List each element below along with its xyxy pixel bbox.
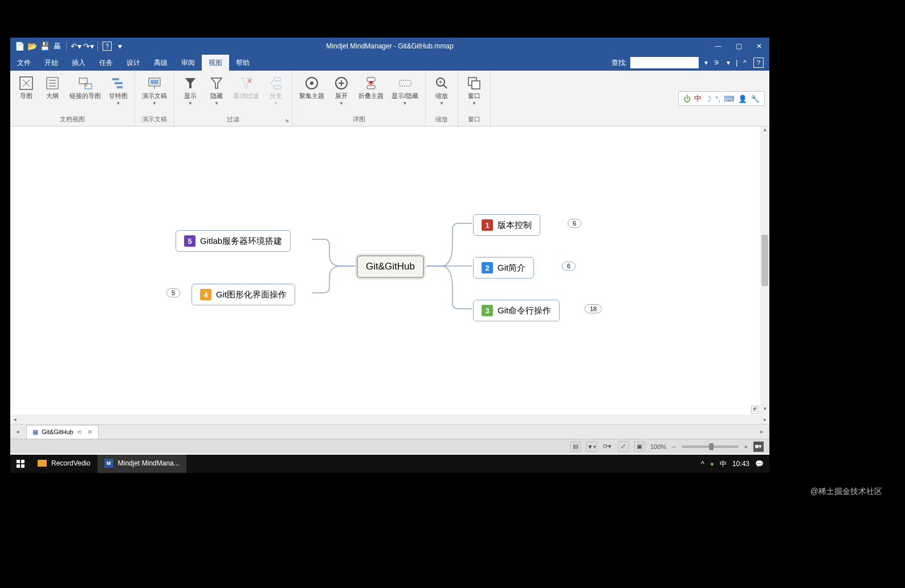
tray-chevron-icon[interactable]: ^ bbox=[701, 460, 704, 468]
menu-item-0[interactable]: 文件 bbox=[10, 55, 38, 71]
menu-item-1[interactable]: 开始 bbox=[38, 55, 65, 71]
ribbon-up-icon[interactable]: ^ bbox=[743, 59, 747, 67]
mindmap-root-node[interactable]: Git&GitHub bbox=[357, 255, 424, 278]
tab-close-icon[interactable]: ✕ bbox=[87, 428, 92, 436]
tray-status-icon[interactable]: ● bbox=[710, 460, 714, 468]
node-count-pill[interactable]: 6 bbox=[562, 262, 576, 271]
scroll-thumb[interactable] bbox=[761, 235, 768, 286]
tab-refresh-icon[interactable]: ⟲ bbox=[77, 429, 81, 435]
menu-item-3[interactable]: 任务 bbox=[92, 55, 120, 71]
print-icon[interactable]: 🖶 bbox=[52, 42, 62, 51]
redo-icon[interactable]: ↷▾ bbox=[84, 42, 93, 51]
ime-power-icon[interactable]: ⏻ bbox=[683, 95, 691, 103]
zoom-in-button[interactable]: + bbox=[744, 443, 748, 450]
scroll-up-icon[interactable]: ▴ bbox=[760, 126, 769, 136]
title-bar: 📄 📂 💾 🖶 ↶▾ ↷▾ ? ▾ Mindjet MindManager - … bbox=[10, 38, 769, 55]
status-fitwin-icon[interactable]: ▣ bbox=[634, 442, 645, 452]
ribbon-button-label: 显示 bbox=[184, 92, 197, 100]
ribbon-button-outline[interactable]: 大纲 bbox=[40, 73, 65, 114]
mindmap-node-right-1[interactable]: 2 Git简介 bbox=[473, 257, 534, 279]
save-icon[interactable]: 💾 bbox=[40, 42, 49, 51]
ime-settings-icon[interactable]: 🔧 bbox=[751, 95, 760, 103]
tray-ime-indicator[interactable]: 中 bbox=[720, 459, 727, 469]
taskbar-item-1[interactable]: M Mindjet MindMana... bbox=[97, 455, 186, 473]
scroll-right-icon[interactable]: ▸ bbox=[760, 415, 769, 424]
tray-notifications-icon[interactable]: 💬 bbox=[755, 460, 764, 468]
search-input[interactable] bbox=[630, 57, 699, 68]
ribbon-button-zoom[interactable]: 缩放▼ bbox=[429, 73, 454, 114]
help-icon[interactable]: ? bbox=[103, 42, 112, 51]
menu-item-8[interactable]: 帮助 bbox=[229, 55, 256, 71]
ribbon-button-map[interactable]: 导图 bbox=[14, 73, 39, 114]
tray-clock[interactable]: 10:43 bbox=[732, 460, 749, 468]
menu-item-7[interactable]: 视图 bbox=[202, 55, 229, 71]
status-fit-icon[interactable]: ⤢ bbox=[618, 442, 629, 452]
horizontal-scrollbar[interactable]: ◂ ▸ bbox=[10, 415, 769, 424]
ribbon-group-2: 显示▼隐藏▼取消过滤分支▼过滤⬊ bbox=[174, 71, 292, 126]
help-button[interactable]: ? bbox=[753, 58, 764, 68]
undo-icon[interactable]: ↶▾ bbox=[71, 42, 80, 51]
ribbon-group-label: 窗口 bbox=[462, 114, 487, 126]
search-dropdown-icon[interactable]: ▾ bbox=[704, 59, 708, 67]
canvas[interactable]: Git&GitHub 5 Gitlab服务器环境搭建 4 Git图形化界面操作 … bbox=[10, 126, 769, 424]
mindmap-node-right-2[interactable]: 3 Git命令行操作 bbox=[473, 300, 560, 321]
ime-punct-icon[interactable]: °, bbox=[715, 95, 720, 103]
start-button[interactable] bbox=[10, 455, 31, 473]
tab-nav-left-icon[interactable]: ◂ bbox=[13, 428, 23, 435]
ribbon-group-3: 聚集主题展开▼折叠主题显示/隐藏▼详图 bbox=[292, 71, 426, 126]
mindmap-node-left-0[interactable]: 5 Gitlab服务器环境搭建 bbox=[176, 230, 291, 252]
minimize-button[interactable]: — bbox=[708, 38, 728, 55]
ribbon-button-focus[interactable]: 聚集主题 bbox=[296, 73, 328, 114]
qat-more-icon[interactable]: ▾ bbox=[115, 42, 124, 51]
ribbon-button-toggle-visibility[interactable]: 显示/隐藏▼ bbox=[388, 73, 422, 114]
menu-item-4[interactable]: 设计 bbox=[120, 55, 147, 71]
maximize-button[interactable]: ▢ bbox=[728, 38, 749, 55]
scroll-left-icon[interactable]: ◂ bbox=[10, 415, 19, 424]
expand-icon bbox=[333, 75, 349, 91]
scroll-down-icon[interactable]: ▾ bbox=[760, 406, 769, 415]
dialog-launcher-icon[interactable]: ⬊ bbox=[285, 118, 290, 124]
vertical-scrollbar[interactable]: ▴ ▾ bbox=[760, 126, 769, 415]
node-count-pill[interactable]: 18 bbox=[585, 304, 602, 313]
node-count-pill[interactable]: 5 bbox=[166, 288, 180, 297]
tab-nav-right-icon[interactable]: ▸ bbox=[757, 428, 767, 435]
status-refresh-icon[interactable]: ⟳▾ bbox=[602, 442, 613, 452]
menu-item-6[interactable]: 审阅 bbox=[174, 55, 202, 71]
menu-item-5[interactable]: 高级 bbox=[147, 55, 174, 71]
ribbon-button-filter-hide[interactable]: 隐藏▼ bbox=[204, 73, 229, 114]
ribbon-button-windows[interactable]: 窗口▼ bbox=[462, 73, 487, 114]
status-fullscreen-icon[interactable]: ■▾ bbox=[753, 442, 764, 452]
close-button[interactable]: ✕ bbox=[749, 38, 769, 55]
ribbon-button-collapse[interactable]: 折叠主题 bbox=[355, 73, 387, 114]
ime-lang-indicator[interactable]: 中 bbox=[694, 93, 702, 104]
ribbon-button-expand[interactable]: 展开▼ bbox=[329, 73, 354, 114]
taskbar-item-0[interactable]: RecordVedio bbox=[31, 455, 97, 473]
search-options-icon[interactable]: ⚞ bbox=[714, 59, 720, 67]
open-file-icon[interactable]: 📂 bbox=[27, 42, 36, 51]
svg-rect-10 bbox=[115, 82, 123, 84]
resize-handle-icon[interactable]: ◩ bbox=[751, 406, 759, 414]
document-tab[interactable]: ▦ Git&GitHub ⟲ ✕ bbox=[26, 425, 99, 439]
ime-moon-icon[interactable]: ☽ bbox=[705, 95, 712, 103]
ribbon-button-gantt[interactable]: 甘特图▼ bbox=[105, 73, 131, 114]
ribbon-button-linkedmap[interactable]: 链接的导图 bbox=[66, 73, 104, 114]
zoom-out-button[interactable]: − bbox=[672, 443, 675, 450]
ribbon-button-label: 展开 bbox=[335, 92, 348, 100]
menu-item-2[interactable]: 插入 bbox=[65, 55, 92, 71]
ime-user-icon[interactable]: 👤 bbox=[738, 95, 747, 103]
mindmap-node-right-0[interactable]: 1 版本控制 bbox=[473, 214, 540, 236]
ribbon-button-filter-show[interactable]: 显示▼ bbox=[178, 73, 203, 114]
caret-icon: ▼ bbox=[152, 101, 157, 106]
status-view-icon[interactable]: ▤ bbox=[570, 442, 581, 452]
ime-keyboard-icon[interactable]: ⌨ bbox=[724, 95, 735, 103]
zoom-slider-knob[interactable] bbox=[709, 443, 714, 450]
new-file-icon[interactable]: 📄 bbox=[15, 42, 24, 51]
node-count-pill[interactable]: 6 bbox=[568, 219, 581, 228]
status-filter-icon[interactable]: ▼▾ bbox=[586, 442, 597, 452]
ribbon-button-presentation[interactable]: 演示文稿▼ bbox=[138, 73, 170, 114]
ime-toolbar[interactable]: ⏻ 中 ☽ °, ⌨ 👤 🔧 bbox=[678, 91, 765, 106]
node-badge: 1 bbox=[482, 219, 493, 231]
mindmap-node-left-1[interactable]: 4 Git图形化界面操作 bbox=[191, 284, 295, 305]
ribbon-collapse-icon[interactable]: ▾ bbox=[727, 59, 730, 67]
zoom-slider[interactable] bbox=[682, 446, 739, 448]
